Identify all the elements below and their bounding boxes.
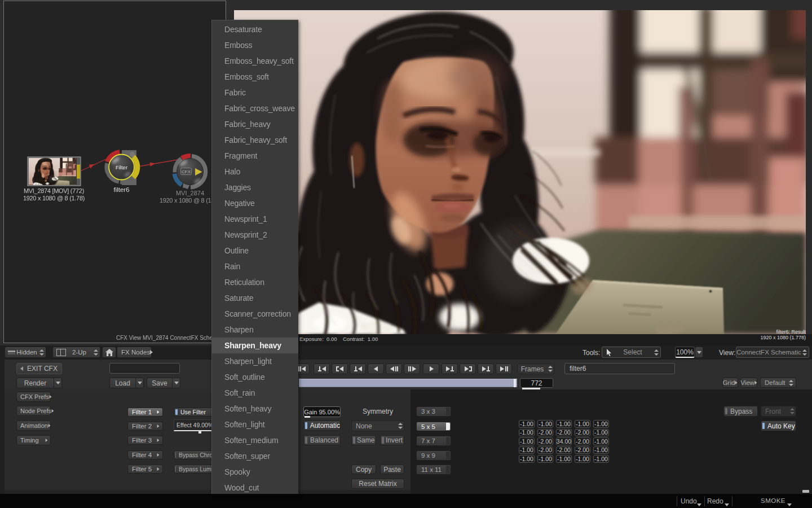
- svg-text:filter6: filter6: [113, 186, 129, 193]
- svg-text:Filter: Filter: [116, 164, 127, 170]
- svg-text:1920 x 1080 @ 8 (1.78): 1920 x 1080 @ 8 (1.78): [23, 195, 85, 202]
- svg-text:CFX View MVI_2874 ConnectFX Sc: CFX View MVI_2874 ConnectFX Sche: [116, 335, 213, 341]
- svg-text:CFX: CFX: [182, 169, 191, 174]
- svg-text:MVI_2874: MVI_2874: [176, 190, 204, 196]
- svg-text:1920 x 1080 @ 8 (1.: 1920 x 1080 @ 8 (1.: [160, 197, 213, 204]
- svg-text:MVI_2874 [MOV] (772): MVI_2874 [MOV] (772): [24, 187, 84, 194]
